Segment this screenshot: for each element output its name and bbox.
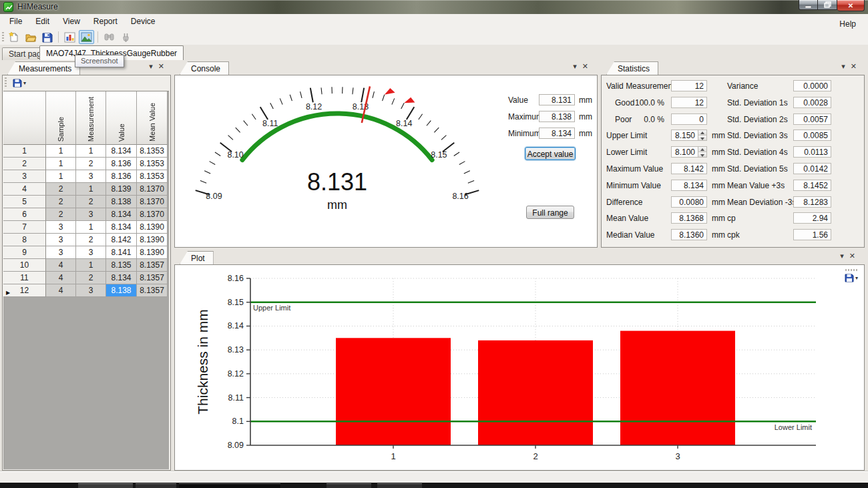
cell-measurement[interactable]: 3 — [76, 284, 106, 297]
stat-value-field[interactable]: 8.1283 — [793, 196, 831, 208]
cell-measurement[interactable]: 2 — [76, 196, 106, 208]
plot-panel-tab[interactable]: Plot — [180, 251, 214, 264]
cell-mean[interactable]: 8.1353 — [137, 170, 168, 183]
cell-mean[interactable]: 8.1390 — [137, 234, 168, 246]
cell-measurement[interactable]: 2 — [76, 158, 106, 170]
row-header[interactable]: 5 — [3, 196, 46, 208]
restore-button[interactable] — [818, 0, 837, 10]
menu-file[interactable]: File — [3, 14, 29, 29]
close-panel-icon[interactable]: ✕ — [158, 62, 164, 71]
cell-mean[interactable]: 8.1370 — [137, 196, 168, 208]
stat-value-field[interactable]: 0.0000 — [793, 80, 831, 91]
cell-value[interactable]: 8.141 — [106, 246, 137, 259]
taskbar-button[interactable] — [377, 483, 422, 488]
close-panel-icon[interactable]: ✕ — [851, 62, 857, 71]
menu-view[interactable]: View — [56, 14, 87, 29]
cell-sample[interactable]: 2 — [46, 183, 76, 196]
stat-value-field[interactable]: 0.0028 — [793, 97, 831, 108]
stat-value-field[interactable]: 1.56 — [793, 229, 831, 240]
cell-mean[interactable]: 8.1357 — [137, 259, 168, 272]
stat-value-field[interactable]: 2.94 — [793, 212, 831, 224]
cell-measurement[interactable]: 1 — [76, 221, 106, 234]
cell-value[interactable]: 8.134 — [106, 208, 137, 221]
measurements-panel-tab[interactable]: Measurements — [7, 61, 80, 75]
cell-sample[interactable]: 2 — [46, 196, 76, 208]
taskbar-button[interactable] — [78, 483, 133, 488]
column-header-measurement[interactable]: Measurement — [76, 91, 106, 145]
stat-value-field[interactable]: 8.1452 — [793, 180, 831, 191]
close-button[interactable]: ✕ — [837, 0, 865, 11]
new-document-icon[interactable] — [6, 30, 21, 44]
row-header[interactable]: 8 — [3, 234, 46, 246]
console-panel-tab[interactable]: Console — [180, 61, 229, 75]
chart-icon[interactable] — [62, 30, 77, 44]
stat-value-field[interactable]: 0.0057 — [793, 113, 831, 125]
stat-value-field[interactable]: 0.0113 — [793, 146, 831, 158]
pin-menu-icon[interactable]: ▾ — [149, 62, 153, 71]
cell-sample[interactable]: 1 — [46, 145, 76, 158]
row-header[interactable]: 1 — [3, 145, 46, 158]
cell-measurement[interactable]: 3 — [76, 208, 106, 221]
screenshot-icon[interactable] — [79, 30, 94, 44]
cell-value[interactable]: 8.136 — [106, 170, 137, 183]
row-header[interactable]: 12▶ — [3, 284, 46, 297]
full-range-button[interactable]: Full range — [526, 206, 574, 219]
stat-value-field[interactable]: 0.0142 — [793, 163, 831, 174]
cell-measurement[interactable]: 1 — [76, 183, 106, 196]
cell-measurement[interactable]: 2 — [76, 272, 106, 284]
cell-measurement[interactable]: 3 — [76, 246, 106, 259]
cell-measurement[interactable]: 3 — [76, 170, 106, 183]
stat-value-field[interactable]: 0.0085 — [793, 130, 831, 141]
cell-sample[interactable]: 3 — [46, 246, 76, 259]
pin-menu-icon[interactable]: ▾ — [573, 62, 577, 71]
minimum-field[interactable]: 8.134 — [539, 128, 575, 139]
cell-mean[interactable]: 8.1390 — [137, 221, 168, 234]
open-folder-icon[interactable] — [23, 30, 38, 44]
taskbar-button[interactable] — [327, 483, 371, 488]
save-icon[interactable] — [39, 30, 55, 44]
cell-sample[interactable]: 4 — [46, 284, 76, 297]
cell-sample[interactable]: 1 — [46, 170, 76, 183]
cell-value[interactable]: 8.134 — [106, 221, 137, 234]
cell-sample[interactable]: 4 — [46, 259, 76, 272]
cell-value[interactable]: 8.136 — [106, 158, 137, 170]
column-header-value[interactable]: Value — [106, 91, 137, 145]
close-panel-icon[interactable]: ✕ — [849, 252, 855, 260]
cell-sample[interactable]: 1 — [46, 158, 76, 170]
cell-measurement[interactable]: 2 — [76, 234, 106, 246]
cell-mean[interactable]: 8.1370 — [137, 208, 168, 221]
taskbar-button[interactable] — [136, 483, 176, 488]
maximum-field[interactable]: 8.138 — [539, 111, 575, 122]
cell-mean[interactable]: 8.1353 — [137, 158, 168, 170]
cell-mean[interactable]: 8.1357 — [137, 284, 168, 297]
menu-device[interactable]: Device — [124, 14, 162, 29]
cell-mean[interactable]: 8.1357 — [137, 272, 168, 284]
row-header[interactable]: 9 — [3, 246, 46, 259]
cell-sample[interactable]: 3 — [46, 234, 76, 246]
cell-value[interactable]: 8.134 — [106, 272, 137, 284]
row-header[interactable]: 7 — [3, 221, 46, 234]
cell-sample[interactable]: 4 — [46, 272, 76, 284]
cell-value[interactable]: 8.138 — [106, 284, 137, 297]
menu-report[interactable]: Report — [87, 14, 124, 29]
accept-value-button[interactable]: Accept value — [525, 147, 576, 160]
export-save-button[interactable]: ▾ — [11, 77, 28, 88]
column-header-sample[interactable]: Sample — [46, 91, 76, 145]
row-header[interactable]: 2 — [3, 158, 46, 170]
row-header[interactable]: 6 — [3, 208, 46, 221]
cell-mean[interactable]: 8.1370 — [137, 183, 168, 196]
cell-sample[interactable]: 3 — [46, 221, 76, 234]
taskbar-button[interactable] — [179, 483, 280, 488]
row-header[interactable]: 3 — [3, 170, 46, 183]
menu-edit[interactable]: Edit — [29, 14, 56, 29]
cell-value[interactable]: 8.134 — [106, 145, 137, 158]
minimize-button[interactable] — [799, 0, 818, 10]
row-header[interactable]: 11 — [3, 272, 46, 284]
row-header[interactable]: 4 — [3, 183, 46, 196]
cell-mean[interactable]: 8.1390 — [137, 246, 168, 259]
cell-measurement[interactable]: 1 — [76, 259, 106, 272]
cell-value[interactable]: 8.142 — [106, 234, 137, 246]
cell-value[interactable]: 8.139 — [106, 183, 137, 196]
cell-value[interactable]: 8.138 — [106, 196, 137, 208]
close-panel-icon[interactable]: ✕ — [582, 62, 588, 71]
